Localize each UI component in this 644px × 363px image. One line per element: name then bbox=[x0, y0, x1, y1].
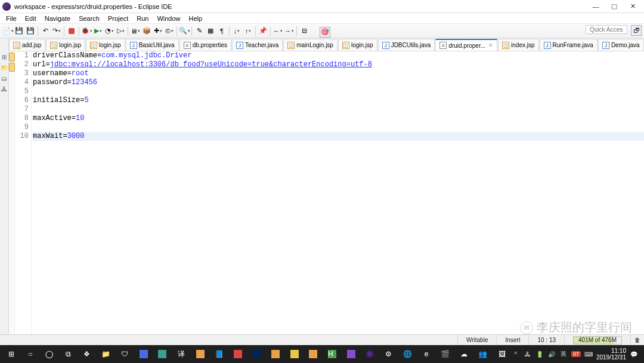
new-server-button[interactable]: 🖥 bbox=[130, 26, 141, 36]
menu-search[interactable]: Search bbox=[75, 14, 103, 23]
edge-button[interactable]: e bbox=[417, 346, 436, 362]
redo-button[interactable]: ↷ bbox=[51, 26, 62, 36]
action-center-icon[interactable]: 💬 bbox=[630, 350, 638, 358]
code-line[interactable] bbox=[33, 87, 644, 96]
menu-window[interactable]: Window bbox=[153, 14, 184, 23]
editor-tab[interactable]: JDemo.java bbox=[598, 39, 644, 51]
navigator-icon[interactable]: 🗂 bbox=[0, 74, 8, 82]
next-annotation-button[interactable]: ↓ bbox=[231, 26, 242, 36]
code-line[interactable] bbox=[33, 123, 644, 132]
taskbar-app-20[interactable]: 👥 bbox=[474, 346, 493, 362]
status-gc-button[interactable]: 🗑 bbox=[630, 335, 644, 345]
taskbar-app-2[interactable]: 🛡 bbox=[116, 346, 134, 362]
taskbar-app-8[interactable] bbox=[229, 346, 247, 362]
pin-editor-button[interactable]: 📌 bbox=[258, 26, 268, 36]
editor-tab[interactable]: ≡druid.proper...✕ bbox=[435, 39, 497, 51]
file-explorer-button[interactable]: 📁 bbox=[97, 346, 115, 362]
menu-run[interactable]: Run bbox=[133, 14, 152, 23]
tray-notification-badge[interactable]: 07 bbox=[571, 351, 581, 357]
quick-access-input[interactable] bbox=[586, 25, 627, 34]
tab-close-icon[interactable]: ✕ bbox=[488, 42, 493, 48]
back-button[interactable]: ← bbox=[273, 26, 283, 36]
minimize-button[interactable]: — bbox=[587, 1, 605, 13]
new-button[interactable]: 📄 bbox=[2, 26, 13, 36]
menu-navigate[interactable]: Navigate bbox=[41, 14, 74, 23]
taskbar-app-1[interactable]: ❖ bbox=[78, 346, 97, 362]
tray-ime-indicator[interactable]: 英 bbox=[559, 350, 568, 358]
terminate-button[interactable] bbox=[66, 26, 77, 36]
coverage-button[interactable]: ◔ bbox=[104, 26, 114, 36]
tray-volume-icon[interactable]: 🔊 bbox=[547, 350, 556, 358]
hbuilder-button[interactable]: H bbox=[323, 346, 342, 362]
new-java-button[interactable]: ✚ bbox=[153, 26, 163, 36]
code-line[interactable] bbox=[33, 105, 644, 114]
tray-keyboard-icon[interactable]: ⌨ bbox=[584, 350, 593, 358]
save-button[interactable]: 💾 bbox=[14, 26, 24, 36]
build-button[interactable]: 📦 bbox=[141, 26, 152, 36]
servers-icon[interactable]: 🖧 bbox=[0, 85, 8, 93]
open-perspective-button[interactable]: 🗗 bbox=[631, 25, 642, 36]
taskbar-app-7[interactable]: 📘 bbox=[210, 346, 228, 362]
chrome-button[interactable]: 🌐 bbox=[398, 346, 417, 362]
taskbar-app-19[interactable]: ☁ bbox=[455, 346, 473, 362]
java-ee-perspective-button[interactable]: 🎯 bbox=[320, 27, 330, 38]
tray-battery-icon[interactable]: 🔋 bbox=[535, 350, 544, 358]
taskbar-app-12[interactable] bbox=[304, 346, 323, 362]
task-view-button[interactable]: ⧉ bbox=[59, 346, 78, 362]
editor-tab[interactable]: JTeacher.java bbox=[232, 39, 283, 51]
editor-tab[interactable]: ◫mainLogin.jsp bbox=[283, 39, 338, 51]
toggle-mark-button[interactable]: ✎ bbox=[194, 26, 205, 36]
tray-clock[interactable]: 11:10 2019/12/31 bbox=[596, 347, 626, 361]
show-whitespace-button[interactable]: ¶ bbox=[216, 26, 227, 36]
maximize-button[interactable]: ▢ bbox=[605, 1, 623, 13]
editor-tab[interactable]: ◫index.jsp bbox=[498, 39, 538, 51]
new-class-button[interactable]: © bbox=[164, 26, 175, 36]
visual-studio-button[interactable] bbox=[342, 346, 360, 362]
prev-annotation-button[interactable]: ↑ bbox=[243, 26, 253, 36]
taskbar-app-11[interactable] bbox=[285, 346, 304, 362]
tray-chevron-icon[interactable]: ^ bbox=[512, 350, 520, 358]
code-line[interactable]: maxWait=3000 bbox=[33, 132, 644, 141]
code-line[interactable]: initialSize=5 bbox=[33, 96, 644, 105]
breakpoint-ruler[interactable] bbox=[9, 51, 15, 334]
start-button[interactable]: ⊞ bbox=[2, 346, 21, 362]
close-button[interactable]: ✕ bbox=[624, 1, 642, 13]
photos-button[interactable]: 🖼 bbox=[493, 346, 511, 362]
menu-edit[interactable]: Edit bbox=[21, 14, 40, 23]
editor-tab[interactable]: ◫login.jsp bbox=[46, 39, 85, 51]
cortana-button[interactable]: ◯ bbox=[40, 346, 58, 362]
editor-body[interactable]: 12345678910 driverClassName=com.mysql.jd… bbox=[9, 51, 644, 334]
restore-view-icon[interactable]: ⊞ bbox=[0, 53, 8, 61]
editor-tab[interactable]: ◫login.jsp bbox=[338, 39, 377, 51]
search-button[interactable]: 🔍 bbox=[179, 26, 190, 36]
code-line[interactable]: url=jdbc:mysql://localhost:3306/db_food?… bbox=[33, 60, 644, 69]
toggle-block-button[interactable]: ▦ bbox=[205, 26, 216, 36]
eclipse-taskbar-button[interactable] bbox=[361, 346, 379, 362]
menu-file[interactable]: File bbox=[2, 14, 20, 23]
editor-tab[interactable]: JJDBCUtils.java bbox=[378, 39, 435, 51]
run-button[interactable]: ▶ bbox=[92, 26, 103, 36]
menu-help[interactable]: Help bbox=[185, 14, 206, 23]
code-content[interactable]: driverClassName=com.mysql.jdbc.Driverurl… bbox=[32, 51, 644, 334]
editor-tab[interactable]: ≡db.properties bbox=[179, 39, 231, 51]
taskbar-app-4[interactable] bbox=[153, 346, 172, 362]
code-line[interactable]: driverClassName=com.mysql.jdbc.Driver bbox=[33, 51, 644, 60]
taskbar-app-6[interactable] bbox=[191, 346, 209, 362]
search-taskbar-button[interactable]: ○ bbox=[21, 346, 40, 362]
collapse-all-button[interactable]: ⊟ bbox=[299, 26, 309, 36]
taskbar-app-10[interactable] bbox=[267, 346, 285, 362]
editor-tab[interactable]: ◫login.jsp bbox=[86, 39, 125, 51]
taskbar-app-3[interactable] bbox=[134, 346, 153, 362]
taskbar-app-18[interactable]: 🎬 bbox=[436, 346, 454, 362]
run-last-button[interactable]: ▷ bbox=[115, 26, 126, 36]
taskbar-app-5[interactable]: 译 bbox=[172, 346, 191, 362]
forward-button[interactable]: → bbox=[284, 26, 295, 36]
powershell-button[interactable] bbox=[247, 346, 266, 362]
code-line[interactable]: username=root bbox=[33, 69, 644, 78]
undo-button[interactable]: ↶ bbox=[40, 26, 51, 36]
editor-tab[interactable]: JRunFrame.java bbox=[540, 39, 597, 51]
save-all-button[interactable]: 💾 bbox=[25, 26, 36, 36]
code-line[interactable]: maxActive=10 bbox=[33, 114, 644, 123]
code-line[interactable]: password=123456 bbox=[33, 78, 644, 87]
menu-project[interactable]: Project bbox=[104, 14, 132, 23]
